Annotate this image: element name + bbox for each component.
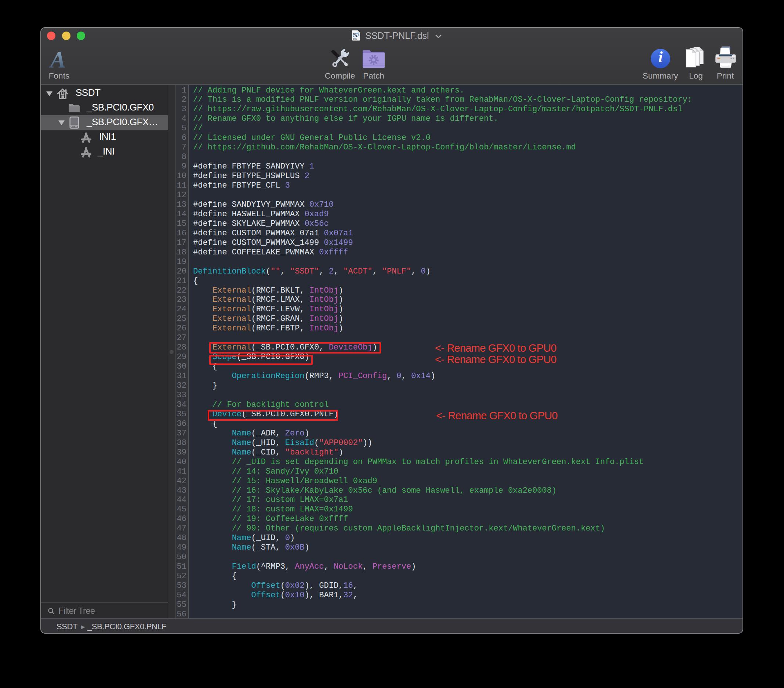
svg-text:DSL: DSL: [353, 38, 357, 40]
